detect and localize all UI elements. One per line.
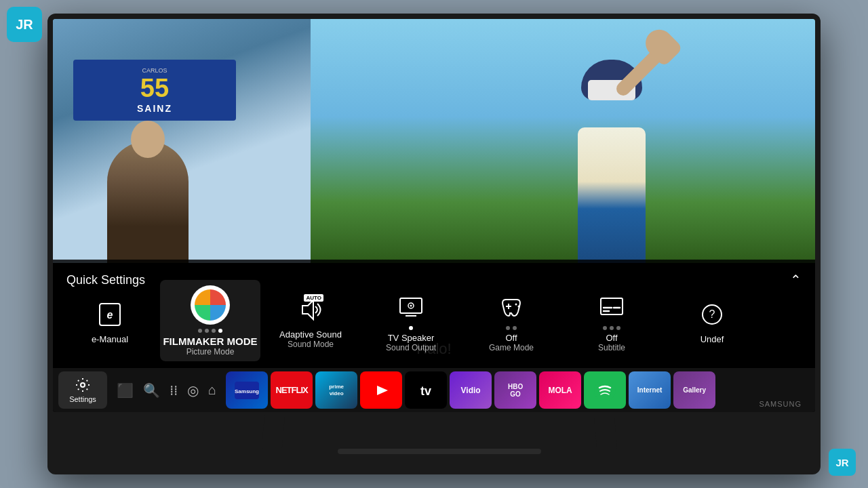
e-manual-icon: e: [93, 298, 127, 331]
internet-label: Internet: [637, 386, 663, 394]
sound-icon: AUTO: [294, 293, 328, 327]
app-samsung[interactable]: Samsung: [226, 371, 268, 409]
dot-2: [205, 329, 209, 333]
settings-item-subtitle[interactable]: Off Subtitle: [561, 280, 662, 361]
settings-button[interactable]: Settings: [58, 371, 107, 409]
search-icon[interactable]: 🔍: [143, 382, 160, 399]
carlos-label: CARLOS: [142, 67, 167, 74]
auto-badge: AUTO: [304, 294, 323, 302]
netflix-label: NETFLIX: [276, 385, 308, 395]
stdot-2: [610, 326, 614, 330]
subtitle-icon: [595, 289, 629, 323]
tv-screen: CARLOS 55 SAINZ: [53, 19, 815, 412]
stand-base: [338, 449, 541, 454]
settings-item-tv-speaker[interactable]: TV Speaker Sound Output: [361, 280, 461, 361]
samsung-logo: SAMSUNG: [759, 400, 802, 408]
filmmaker-icon: [191, 285, 230, 325]
jr-logo-topleft: JR: [7, 7, 42, 42]
prime-label: primevideo: [329, 384, 344, 396]
svg-point-6: [410, 304, 412, 306]
dot-4: [218, 329, 222, 333]
app-internet[interactable]: Internet: [629, 371, 671, 409]
apps-icon[interactable]: ⁞⁞: [170, 382, 178, 399]
app-youtube[interactable]: [360, 371, 402, 409]
jr-logo-bottomright: JR: [829, 449, 856, 476]
app-gallery[interactable]: Gallery: [673, 371, 715, 409]
app-netflix[interactable]: NETFLIX: [271, 371, 313, 409]
game-mode-icon: [494, 289, 528, 323]
gmdot-1: [506, 326, 510, 330]
dot-3: [212, 329, 216, 333]
adaptive-sound-label: Adaptive Sound: [279, 329, 342, 340]
gmdot-2: [513, 326, 517, 330]
sainz-banner: CARLOS 55 SAINZ: [73, 60, 236, 121]
svg-text:tv: tv: [420, 384, 431, 398]
app-mola[interactable]: MOLA: [539, 371, 581, 409]
svg-rect-11: [601, 298, 623, 314]
svg-text:Samsung: Samsung: [235, 388, 259, 394]
settings-item-filmmaker[interactable]: FILMMAKER MODE Picture Mode: [160, 280, 260, 361]
undef-icon: ?: [695, 298, 729, 331]
settings-gear-icon: [75, 377, 91, 393]
hbogo-label: HBOGO: [508, 383, 523, 398]
hand: [640, 24, 684, 67]
tv-speaker-sublabel: Sound Output: [386, 343, 436, 352]
app-hbogo[interactable]: HBOGO: [494, 371, 536, 409]
dot-1: [198, 329, 202, 333]
stand-right: [594, 415, 617, 449]
game-mode-sublabel: Game Mode: [489, 343, 534, 352]
home-icon[interactable]: ⌂: [208, 382, 216, 398]
game-mode-label: Off: [505, 333, 517, 343]
svg-text:?: ?: [709, 308, 715, 320]
video-background: CARLOS 55 SAINZ: [53, 19, 815, 263]
person-head: [131, 121, 165, 158]
app-appletv[interactable]: tv: [405, 371, 447, 409]
subtitle-sublabel: Subtitle: [598, 343, 625, 352]
stand-left: [262, 415, 285, 449]
person-silhouette-left: [107, 141, 189, 263]
app-bar: Settings ⬛ 🔍 ⁞⁞ ◎ ⌂ Samsung NET: [53, 368, 815, 412]
app-spotify[interactable]: [584, 371, 626, 409]
video-left-panel: CARLOS 55 SAINZ: [53, 19, 311, 263]
mola-label: MOLA: [548, 386, 572, 395]
settings-item-adaptive-sound[interactable]: AUTO Adaptive Sound Sound Mode: [260, 280, 361, 361]
settings-item-emanual[interactable]: e e-Manual: [60, 280, 160, 361]
filmmaker-label: FILMMAKER MODE: [163, 336, 257, 347]
subtitle-label: Off: [606, 333, 617, 343]
svg-point-9: [515, 303, 517, 305]
tv-speaker-icon: [394, 289, 428, 323]
svg-marker-2: [302, 300, 313, 319]
sainz-name: SAINZ: [137, 103, 172, 114]
sainz-number: 55: [140, 74, 169, 103]
app-prime[interactable]: primevideo: [315, 371, 357, 409]
apps-row: Samsung NETFLIX primevideo: [226, 371, 810, 409]
tv-speaker-label: TV Speaker: [388, 333, 435, 343]
settings-label: Settings: [69, 395, 96, 403]
source-icon[interactable]: ⬛: [117, 382, 134, 399]
game-mode-dots: [506, 326, 517, 330]
gallery-label: Gallery: [683, 386, 706, 394]
adaptive-sound-sublabel: Sound Mode: [288, 340, 334, 349]
undef-label: Undef: [701, 334, 724, 344]
filmmaker-dots: [198, 329, 222, 333]
waving-figure: [544, 46, 679, 263]
tv-frame: CARLOS 55 SAINZ: [47, 14, 821, 474]
nav-icons: ⬛ 🔍 ⁞⁞ ◎ ⌂: [110, 382, 223, 399]
stdot-1: [603, 326, 607, 330]
waving-body: [578, 127, 646, 263]
settings-item-game-mode[interactable]: Off Game Mode: [461, 280, 561, 361]
svg-point-10: [518, 305, 520, 307]
emanual-label: e-Manual: [92, 334, 128, 344]
svg-text:e: e: [107, 309, 113, 321]
svg-point-17: [81, 383, 85, 387]
stdot-3: [616, 326, 620, 330]
tsdot-1: [409, 326, 413, 330]
vidio-label: Vidio: [461, 386, 481, 395]
filmmaker-sublabel: Picture Mode: [186, 347, 235, 357]
subtitle-dots: [603, 326, 620, 330]
app-vidio[interactable]: Vidio: [450, 371, 492, 409]
settings-item-undef[interactable]: ? Undef: [662, 280, 762, 361]
tv-speaker-dots: [409, 326, 413, 330]
ambient-icon[interactable]: ◎: [187, 382, 199, 399]
settings-row: e e-Manual FILMMAKER MODE Picture Mode: [53, 277, 815, 365]
